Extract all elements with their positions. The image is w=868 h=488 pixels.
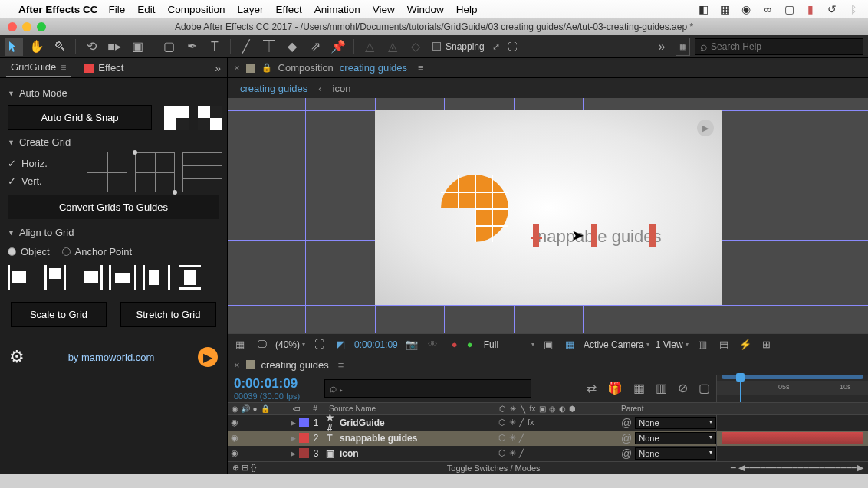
menu-composition[interactable]: Composition: [168, 4, 225, 15]
text-tool[interactable]: T: [205, 38, 224, 56]
tab-effect[interactable]: Effect: [80, 59, 128, 77]
tl-search[interactable]: ⌕▸: [324, 379, 531, 398]
parent-dropdown[interactable]: None▾: [635, 432, 716, 444]
comp-close-icon[interactable]: ×: [234, 62, 240, 74]
orbit-tool[interactable]: ⟲: [82, 38, 100, 56]
roi-icon[interactable]: ▣: [541, 337, 556, 352]
current-time-indicator[interactable]: [740, 375, 741, 402]
view-opt-4[interactable]: ⊞: [759, 337, 774, 352]
section-auto-mode[interactable]: ▼Auto Mode: [5, 83, 222, 103]
mask-toggle-icon[interactable]: ◩: [333, 337, 348, 352]
radio-anchor[interactable]: [62, 247, 71, 256]
search-help[interactable]: ⌕: [695, 38, 863, 55]
view-opt-3[interactable]: ⚡: [738, 337, 753, 352]
transparency-grid-icon[interactable]: ▦: [562, 337, 577, 352]
snap-preset-2[interactable]: [198, 106, 222, 130]
puppet-tool[interactable]: 📌: [329, 38, 347, 56]
clone-tool[interactable]: ⏉: [260, 38, 278, 56]
search-input[interactable]: [711, 41, 858, 52]
menu-window[interactable]: Window: [407, 4, 444, 15]
resolution-dropdown[interactable]: Full▾: [484, 339, 534, 350]
panel-menu-icon[interactable]: ≡: [61, 62, 66, 73]
col-parent-header[interactable]: Parent: [616, 404, 716, 413]
layer-label[interactable]: [299, 448, 309, 458]
close-button[interactable]: [8, 22, 17, 31]
eraser-tool[interactable]: ◆: [283, 38, 301, 56]
mamoworld-logo[interactable]: ▶: [198, 347, 218, 367]
pan-behind-tool[interactable]: ▣: [128, 38, 146, 56]
status-icon-history[interactable]: ↺: [825, 2, 839, 16]
tl-menu-icon[interactable]: ≡: [338, 359, 344, 371]
camera-tool[interactable]: ■▸: [105, 38, 123, 56]
stretch-to-grid-button[interactable]: Stretch to Grid: [120, 302, 216, 327]
snapping-checkbox[interactable]: [432, 42, 441, 51]
menu-help[interactable]: Help: [456, 4, 478, 15]
toggle-switches-button[interactable]: Toggle Switches / Modes: [447, 463, 541, 473]
horiz-check[interactable]: ✓Horiz.: [5, 155, 66, 172]
minimize-button[interactable]: [22, 22, 31, 31]
tl-icon-4[interactable]: ▥: [656, 381, 667, 395]
crumb-back-icon[interactable]: ‹: [318, 83, 321, 94]
align-left[interactable]: [8, 265, 35, 290]
tl-icon-6[interactable]: ▢: [699, 381, 710, 395]
col-label-header[interactable]: 🏷: [288, 404, 306, 413]
anchor-point-icon[interactable]: [531, 233, 542, 244]
menu-effect[interactable]: Effect: [275, 4, 301, 15]
layer-label[interactable]: [299, 418, 309, 427]
status-icon-5[interactable]: ▮: [804, 2, 817, 16]
snap-preset-1[interactable]: [164, 106, 189, 130]
layer-row-2[interactable]: ◉ ▶ 2 Tsnappable guides ⬡✳╱ @None▾: [228, 431, 868, 446]
col-num-header[interactable]: #: [306, 404, 324, 413]
menu-animation[interactable]: Animation: [314, 4, 360, 15]
comp-lock-icon[interactable]: 🔒: [261, 63, 272, 73]
zoom-tool[interactable]: 🔍︎: [51, 38, 69, 56]
views-dropdown[interactable]: 1 View▾: [656, 339, 689, 350]
status-icon-cc[interactable]: ∞: [761, 2, 774, 16]
radio-object[interactable]: [8, 247, 16, 256]
comp-name[interactable]: creating guides: [340, 62, 407, 74]
panel-overflow-icon[interactable]: »: [215, 62, 221, 74]
layer-name[interactable]: snappable guides: [340, 433, 417, 444]
shape-tool[interactable]: ▢: [159, 38, 178, 56]
channel-icon[interactable]: 🖵: [254, 337, 269, 352]
align-middle[interactable]: [143, 265, 170, 290]
crumb-next[interactable]: icon: [333, 83, 351, 94]
status-icon-2[interactable]: ▦: [718, 2, 732, 16]
tl-icon-5[interactable]: ⊘: [678, 381, 688, 395]
show-snapshot-icon[interactable]: 👁: [426, 337, 441, 352]
layer-name[interactable]: icon: [340, 448, 359, 459]
comp-menu-icon[interactable]: ≡: [418, 62, 424, 74]
ratio-icon[interactable]: ⛶: [311, 337, 327, 352]
snapshot-icon[interactable]: 📷: [404, 337, 419, 352]
red-icon[interactable]: ●: [447, 337, 462, 352]
text-layer[interactable]: nappable guides: [538, 227, 661, 247]
menu-view[interactable]: View: [373, 4, 395, 15]
section-create-grid[interactable]: ▼Create Grid: [5, 132, 222, 152]
camera-dropdown[interactable]: Active Camera▾: [584, 339, 649, 350]
selection-tool[interactable]: [5, 38, 23, 56]
tab-gridguide[interactable]: GridGuide ≡: [6, 58, 71, 77]
green-icon[interactable]: ●: [462, 337, 478, 352]
scale-to-grid-button[interactable]: Scale to Grid: [11, 302, 107, 327]
crumb-active[interactable]: creating guides: [240, 83, 307, 94]
tl-footer-icons[interactable]: ⊕ ⊟ {}: [228, 463, 256, 473]
snapping-opt-icon[interactable]: ⤢: [492, 41, 500, 52]
brush-tool[interactable]: ╱: [237, 38, 255, 56]
tl-icon-2[interactable]: 🎁: [607, 381, 623, 395]
vert-check[interactable]: ✓Vert.: [5, 172, 66, 190]
view-opt-2[interactable]: ▤: [716, 337, 732, 352]
mamoworld-link[interactable]: by mamoworld.com: [32, 352, 190, 363]
section-align[interactable]: ▼Align to Grid: [5, 222, 222, 243]
grid-preset-1[interactable]: [87, 152, 127, 192]
snapping-box-icon[interactable]: ⛶: [508, 41, 517, 52]
tl-close-icon[interactable]: ×: [234, 359, 240, 371]
tl-icon-1[interactable]: ⇄: [587, 381, 597, 395]
menu-edit[interactable]: Edit: [137, 4, 155, 15]
parent-dropdown[interactable]: None▾: [635, 447, 716, 460]
align-right[interactable]: [75, 265, 103, 290]
auto-grid-snap-button[interactable]: Auto Grid & Snap: [8, 105, 152, 130]
bluetooth-icon[interactable]: ᛒ: [847, 2, 860, 16]
align-center-h[interactable]: [41, 265, 69, 290]
layer-label[interactable]: [299, 433, 309, 443]
view-opt-1[interactable]: ▥: [695, 337, 710, 352]
